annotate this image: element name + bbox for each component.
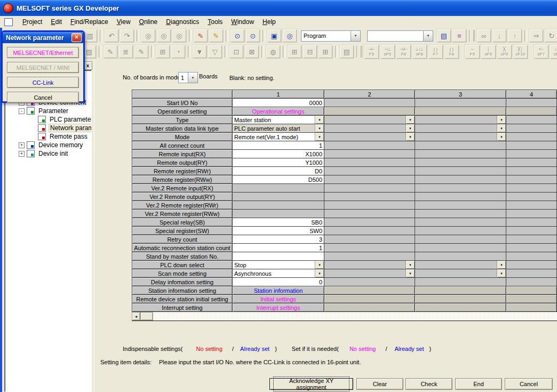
chevron-down-icon[interactable]: ▼	[351, 31, 360, 41]
project-data-list-icon[interactable]: ▣	[267, 29, 282, 43]
monitor-mode-icon[interactable]: ⊙	[245, 29, 260, 43]
step-break-icon[interactable]: ▽	[208, 45, 222, 59]
parameter-tree-icon[interactable]: ≡	[452, 29, 467, 43]
menu-edit[interactable]: Edit	[46, 17, 66, 27]
row-delete-icon[interactable]: ⊟	[303, 45, 317, 59]
menu-diagnostics[interactable]: Diagnostics	[162, 17, 203, 27]
chevron-down-icon[interactable]: ▼	[497, 116, 506, 124]
chevron-down-icon[interactable]: ▼	[315, 124, 324, 132]
remote-device-station-initial-setting-col4[interactable]	[506, 295, 557, 303]
chevron-down-icon[interactable]: ▼	[497, 269, 506, 277]
read-mode-icon[interactable]: ⊙	[230, 29, 245, 43]
menu-window[interactable]: Window	[227, 17, 258, 27]
network-parameter-dialog-title-bar[interactable]: Network parameter ×	[3, 32, 83, 43]
menu-help[interactable]: Help	[258, 17, 280, 27]
plc-down-select-col2[interactable]: ▼	[324, 261, 415, 269]
chevron-down-icon[interactable]: ▼	[497, 261, 506, 269]
remote-register-rwr-input[interactable]: D0	[233, 167, 324, 175]
undo-icon[interactable]: ↶	[104, 29, 119, 43]
end-button[interactable]: End	[455, 378, 502, 390]
clear-button[interactable]: Clear	[356, 378, 403, 390]
chevron-down-icon[interactable]: ▼	[315, 116, 324, 124]
statement-edit-icon[interactable]: ≣	[118, 45, 133, 59]
remote-device-station-initial-setting-button[interactable]: Initial settings	[233, 295, 324, 303]
interrupt-setting-col4[interactable]	[506, 303, 557, 312]
fkey-cf9-button[interactable]: ╳cF9	[497, 44, 512, 59]
retry-count-input[interactable]: 3	[233, 235, 324, 244]
chevron-down-icon[interactable]: ▼	[497, 133, 506, 141]
find-device-icon[interactable]: ◎	[141, 29, 156, 43]
find-next-up-icon[interactable]: ↑	[507, 29, 522, 43]
chevron-down-icon[interactable]: ▼	[315, 133, 324, 141]
macro-icon[interactable]: ▤	[436, 29, 451, 43]
station-information-setting-col4[interactable]	[506, 286, 557, 295]
automatic-reconnection-station-count-input[interactable]: 1	[233, 244, 324, 252]
tree-item-parameter[interactable]: -Parameter	[5, 107, 91, 115]
col-insert-icon[interactable]: ⊞	[318, 45, 333, 59]
find-instruction-icon[interactable]: ◎	[156, 29, 171, 43]
clock-setting-icon[interactable]: ◔	[171, 45, 186, 59]
operational-setting-button[interactable]: Operational settings	[233, 107, 324, 116]
chevron-down-icon[interactable]: ▼	[315, 261, 324, 269]
ladder-monitor-write-icon[interactable]: ✎	[209, 29, 224, 43]
boards-count-select[interactable]: 1 ▼	[178, 72, 198, 83]
special-register-sw-input[interactable]: SW0	[233, 227, 324, 235]
chevron-down-icon[interactable]: ▼	[405, 116, 415, 124]
fkey-f9-button[interactable]: ─F9	[465, 44, 480, 59]
chevron-down-icon[interactable]: ▼	[405, 261, 415, 269]
mdi-child-icon[interactable]	[4, 18, 13, 26]
row-insert-icon[interactable]: ⊞	[287, 45, 302, 59]
type-select[interactable]: Master station▼	[233, 116, 324, 124]
device-comment-edit-icon[interactable]: ✎	[103, 45, 118, 59]
interrupt-setting-col3[interactable]	[415, 303, 506, 312]
device-memory-grid-icon[interactable]: ⊞	[155, 45, 170, 59]
cross-reference-icon[interactable]: ↻	[544, 29, 557, 43]
all-connect-count-input[interactable]: 1	[233, 141, 324, 150]
chevron-down-icon[interactable]: ▼	[405, 269, 415, 277]
station-information-setting-col2[interactable]	[324, 286, 415, 295]
interrupt-setting-col2[interactable]	[324, 303, 415, 312]
tree-item-network-param[interactable]: Network param	[5, 124, 91, 132]
fkey-f8-button[interactable]: { }F8	[444, 44, 459, 59]
fkey-sf8-button[interactable]: ↓⊢sF8	[550, 44, 557, 59]
mode-col2[interactable]: ▼	[324, 133, 415, 141]
step-run-icon[interactable]: ▼	[192, 45, 207, 59]
menu-online[interactable]: Online	[135, 17, 162, 27]
dialog-button-melsecnet-ethernet[interactable]: MELSECNET/Ethernet	[7, 47, 79, 58]
fkey-cf10-button[interactable]: ╳│cF10	[513, 44, 528, 59]
chevron-down-icon[interactable]: ▼	[405, 124, 415, 132]
fkey-f7-button[interactable]: ( )F7	[428, 44, 443, 59]
operational-setting-col4[interactable]	[506, 107, 557, 116]
operational-setting-col3[interactable]	[415, 107, 506, 116]
fkey-sf6-button[interactable]: ⊥/⊥sF6	[412, 44, 427, 59]
dialog-button-cancel[interactable]: Cancel	[7, 92, 79, 103]
fkey-f6-button[interactable]: ⊣/⊢F6	[396, 44, 411, 59]
master-station-data-link-type-select[interactable]: PLC parameter auto start▼	[233, 124, 324, 133]
tree-item-remote-pass[interactable]: Remote pass	[5, 132, 91, 141]
plc-down-select-col3[interactable]: ▼	[415, 261, 506, 269]
tree-expander-icon[interactable]: -	[19, 108, 25, 114]
tree-item-plc-parameter[interactable]: PLC parameter	[5, 115, 91, 124]
scrollbar-thumb[interactable]	[140, 312, 153, 321]
chevron-down-icon[interactable]: ▼	[423, 31, 433, 41]
interrupt-setting-button[interactable]: Interrupt settings	[233, 303, 324, 312]
tree-expander-icon[interactable]: +	[19, 142, 25, 148]
mode-col3[interactable]: ▼	[415, 133, 506, 141]
mode-select[interactable]: Remote net(Ver.1 mode)▼	[233, 133, 324, 141]
menu-project[interactable]: Project	[18, 17, 46, 27]
find-binoculars-icon[interactable]: ∞	[476, 29, 491, 43]
scroll-left-icon[interactable]: ◄	[132, 312, 140, 321]
tree-expander-icon[interactable]: +	[19, 151, 25, 157]
remote-device-station-initial-setting-col2[interactable]	[324, 295, 415, 303]
special-relay-sb-input[interactable]: SB0	[233, 218, 324, 227]
program-check-icon[interactable]: ◎	[282, 29, 297, 43]
online-change-icon[interactable]: ◍	[266, 45, 281, 59]
station-information-setting-button[interactable]: Station information	[233, 286, 324, 295]
fkey-sf9-button[interactable]: │sF9	[481, 44, 496, 59]
line-jump-icon[interactable]: ⇒	[529, 29, 544, 43]
scan-mode-setting-col2[interactable]: ▼	[324, 269, 415, 278]
close-icon[interactable]: ×	[71, 33, 82, 42]
note-edit-icon[interactable]: ✎	[134, 45, 149, 59]
tree-item-device-init[interactable]: +Device init	[5, 149, 91, 158]
acknowledge-xy-assignment-button[interactable]: Acknowledge XY assignment	[269, 378, 353, 390]
